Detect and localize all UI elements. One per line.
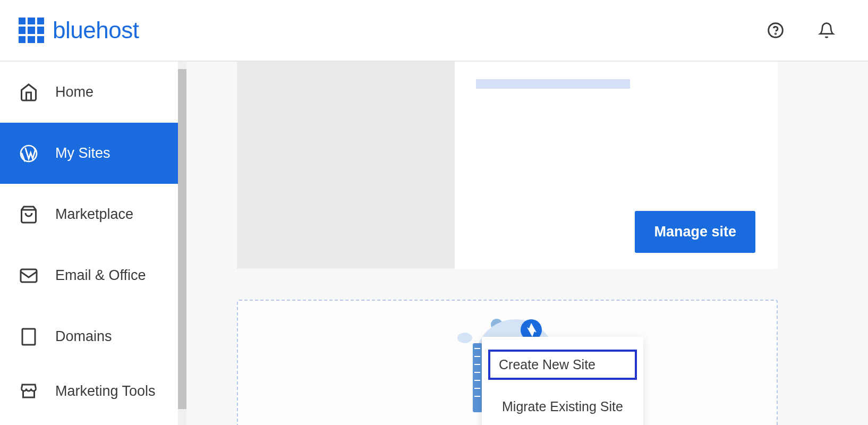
svg-point-13	[457, 333, 472, 343]
header-icons	[766, 21, 836, 40]
sidebar-item-label: Email & Office	[55, 267, 146, 284]
sidebar: Home My Sites Marketplace	[0, 62, 186, 425]
sidebar-item-marketing-tools[interactable]: Marketing Tools	[0, 367, 186, 415]
wordpress-icon	[19, 144, 38, 163]
mail-icon	[19, 266, 38, 285]
sidebar-item-label: Home	[55, 84, 93, 100]
storefront-icon	[19, 381, 38, 401]
home-icon	[19, 83, 38, 102]
site-info: Manage site	[455, 62, 778, 269]
site-url-placeholder	[476, 79, 630, 89]
svg-rect-4	[21, 269, 37, 282]
header: bluehost	[0, 0, 868, 62]
shopping-bag-icon	[19, 205, 38, 224]
sidebar-scrollbar[interactable]	[178, 62, 186, 425]
site-card: Manage site	[237, 62, 778, 269]
create-new-site-option[interactable]: Create New Site	[488, 350, 637, 380]
sidebar-item-email-office[interactable]: Email & Office	[0, 245, 186, 306]
manage-site-button[interactable]: Manage site	[635, 211, 755, 253]
main-container: Home My Sites Marketplace	[0, 62, 868, 425]
sidebar-item-home[interactable]: Home	[0, 62, 186, 123]
logo[interactable]: bluehost	[19, 17, 139, 44]
bell-icon	[818, 22, 835, 39]
sidebar-item-domains[interactable]: Domains	[0, 306, 186, 367]
add-site-card: Create New Site Migrate Existing Site Ad…	[237, 300, 778, 425]
site-thumbnail	[237, 62, 455, 269]
sidebar-item-marketplace[interactable]: Marketplace	[0, 184, 186, 245]
building-icon	[19, 327, 38, 346]
sidebar-item-label: Marketing Tools	[55, 383, 156, 400]
notifications-button[interactable]	[817, 21, 836, 40]
sidebar-item-my-sites[interactable]: My Sites	[0, 123, 186, 184]
svg-point-1	[775, 33, 776, 34]
svg-rect-5	[22, 329, 35, 345]
help-button[interactable]	[766, 21, 785, 40]
brand-name: bluehost	[53, 17, 139, 44]
migrate-existing-site-option[interactable]: Migrate Existing Site	[489, 388, 636, 425]
svg-rect-17	[473, 343, 482, 412]
sidebar-item-label: Domains	[55, 328, 112, 345]
sidebar-scrollbar-thumb[interactable]	[178, 69, 186, 409]
help-icon	[767, 22, 784, 39]
logo-grid-icon	[19, 18, 44, 43]
content-area: Manage site Create New Sit	[186, 62, 868, 425]
add-site-dropdown: Create New Site Migrate Existing Site	[482, 337, 643, 425]
sidebar-item-label: My Sites	[55, 145, 110, 162]
sidebar-item-label: Marketplace	[55, 206, 133, 223]
